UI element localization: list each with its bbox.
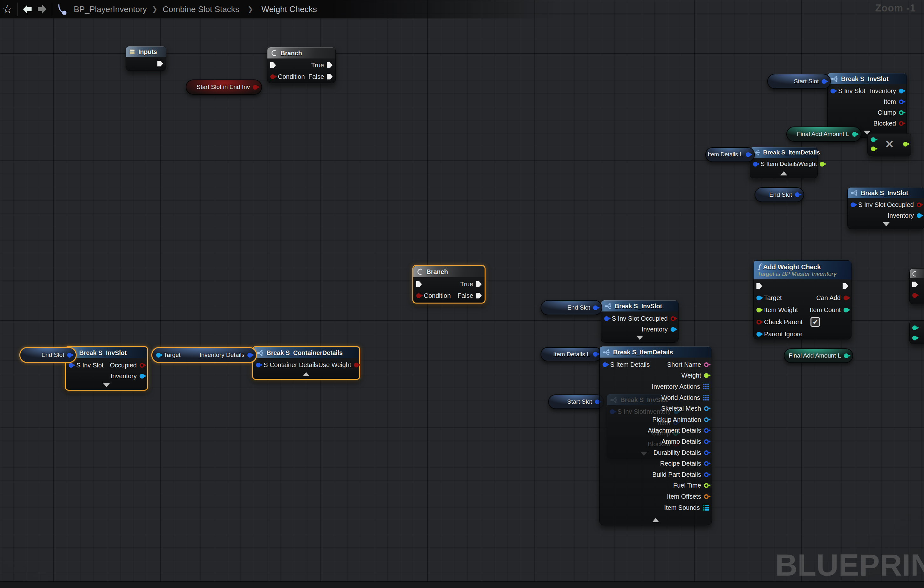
struct-out-pin[interactable] <box>746 152 751 157</box>
check-parent-checkbox[interactable]: ✔ <box>810 317 820 327</box>
can-add-pin[interactable] <box>843 296 848 300</box>
inventory-details-out-pin[interactable] <box>248 353 252 357</box>
struct-out-pin[interactable] <box>822 79 827 84</box>
check-parent-pin[interactable] <box>756 320 761 324</box>
collapse-arrow-icon[interactable] <box>636 336 643 340</box>
skeletal-mesh-pin[interactable] <box>704 406 709 411</box>
false-exec-pin[interactable] <box>476 293 482 298</box>
use-weight-pin[interactable] <box>354 362 359 367</box>
multiply-out-pin[interactable] <box>903 142 908 147</box>
node-break-invslot-bl[interactable]: Break S_InvSlot S Inv Slot Occupied Inve… <box>65 346 148 390</box>
occupied-pin[interactable] <box>917 203 921 207</box>
var-final-add-amount-l[interactable]: Final Add Amount L <box>784 348 853 363</box>
exec-in-pin[interactable] <box>270 62 276 68</box>
exec-in-pin[interactable] <box>912 282 918 287</box>
item-offsets-pin[interactable] <box>704 494 709 499</box>
condition-pin[interactable] <box>416 293 421 298</box>
struct-out-pin[interactable] <box>595 400 600 404</box>
breadcrumb-mid[interactable]: Combine Slot Stacks <box>162 5 239 14</box>
struct-out-pin[interactable] <box>67 353 72 357</box>
s-inv-slot-pin[interactable] <box>69 363 73 368</box>
s-item-details-pin[interactable] <box>602 362 607 367</box>
collapse-arrow-icon[interactable] <box>883 222 890 226</box>
node-compare-partial[interactable] <box>909 320 924 344</box>
short-name-pin[interactable] <box>704 362 709 367</box>
exec-out-pin[interactable] <box>843 283 848 289</box>
durability-details-pin[interactable] <box>704 450 709 455</box>
weight-pin[interactable] <box>704 373 709 378</box>
parent-ignore-pin[interactable] <box>756 332 761 337</box>
false-exec-pin[interactable] <box>327 74 333 79</box>
int-out-pin[interactable] <box>844 353 849 358</box>
node-branch-partial[interactable] <box>909 268 924 304</box>
node-inputs[interactable]: Inputs <box>125 46 166 71</box>
node-break-invslot-mid[interactable]: Break S_InvSlot S Inv Slot Occupied Inve… <box>601 300 678 343</box>
true-exec-pin[interactable] <box>476 281 482 287</box>
s-inv-slot-pin[interactable] <box>604 316 609 321</box>
node-break-invslot-tr2[interactable]: Break S_InvSlot S Inv Slot Occupied Inve… <box>847 187 924 229</box>
weight-pin[interactable] <box>820 162 825 166</box>
exec-in-pin[interactable] <box>756 283 762 289</box>
inventory-pin[interactable] <box>917 213 921 218</box>
condition-pin[interactable] <box>270 74 275 79</box>
forward-button[interactable] <box>35 2 49 16</box>
struct-out-pin[interactable] <box>593 352 598 357</box>
var-start-slot[interactable]: Start Slot <box>548 394 604 409</box>
s-item-details-pin[interactable] <box>753 162 758 166</box>
target-in-pin[interactable] <box>156 353 161 357</box>
node-branch-middle[interactable]: Branch True Condition False <box>412 265 485 303</box>
in-b-pin[interactable] <box>912 336 917 340</box>
true-exec-pin[interactable] <box>327 62 333 68</box>
recipe-details-pin[interactable] <box>704 461 709 466</box>
occupied-pin[interactable] <box>140 363 144 368</box>
blocked-pin[interactable] <box>899 121 904 126</box>
item-count-pin[interactable] <box>843 308 848 313</box>
var-item-details-l[interactable]: Item Details L <box>705 147 755 162</box>
build-part-details-pin[interactable] <box>704 472 709 477</box>
var-start-slot[interactable]: Start Slot <box>767 74 831 89</box>
exec-in-pin[interactable] <box>416 281 422 287</box>
node-multiply[interactable]: × <box>868 133 911 156</box>
var-end-slot[interactable]: End Slot <box>754 187 804 202</box>
var-item-details-l[interactable]: Item Details L <box>541 347 602 361</box>
node-branch-top[interactable]: Branch True Condition False <box>267 47 336 83</box>
array-pin-icon[interactable] <box>703 395 709 400</box>
var-start-slot-in-end-inv[interactable]: Start Slot in End Inv <box>186 79 262 95</box>
target-pin[interactable] <box>756 296 761 300</box>
back-button[interactable] <box>20 2 35 16</box>
node-break-containerdetails[interactable]: Break S_ContainerDetails S Container Det… <box>252 346 360 380</box>
node-break-itemdetails-tr[interactable]: Break S_ItemDetails S Item Details Weigh… <box>750 147 818 178</box>
s-container-details-pin[interactable] <box>256 362 261 367</box>
var-end-slot[interactable]: End Slot <box>541 300 602 315</box>
node-add-weight-check[interactable]: f Add Weight Check Target is BP Master I… <box>753 260 851 339</box>
expand-arrow-icon[interactable] <box>303 372 310 376</box>
node-get-inventory-details[interactable]: Target Inventory Details <box>151 347 257 363</box>
var-end-slot[interactable]: End Slot <box>20 347 77 363</box>
occupied-pin[interactable] <box>671 316 675 321</box>
struct-out-pin[interactable] <box>593 305 598 310</box>
pickup-animation-pin[interactable] <box>704 417 709 422</box>
fuel-time-pin[interactable] <box>704 483 709 488</box>
attachment-details-pin[interactable] <box>704 428 709 433</box>
condition-pin[interactable] <box>912 293 917 298</box>
inventory-pin[interactable] <box>140 374 144 379</box>
expand-arrow-icon[interactable] <box>652 518 659 522</box>
struct-out-pin[interactable] <box>795 192 800 197</box>
s-inv-slot-pin[interactable] <box>851 203 855 207</box>
s-inv-slot-pin[interactable] <box>830 89 835 94</box>
int-out-pin[interactable] <box>852 132 857 137</box>
multiply-in-a-pin[interactable] <box>871 137 876 142</box>
multiply-in-b-pin[interactable] <box>871 147 876 151</box>
favorite-button[interactable]: ☆ <box>0 2 15 16</box>
expand-arrow-icon[interactable] <box>780 171 787 175</box>
ammo-details-pin[interactable] <box>704 439 709 444</box>
node-break-itemdetails-big[interactable]: Break S_ItemDetails S Item Details Short… <box>599 346 712 525</box>
inventory-pin[interactable] <box>671 327 675 332</box>
clump-pin[interactable] <box>899 110 904 115</box>
item-weight-pin[interactable] <box>756 308 761 313</box>
var-final-add-amount-l[interactable]: Final Add Amount L <box>786 127 861 142</box>
item-pin[interactable] <box>899 99 904 104</box>
breadcrumb-leaf[interactable]: Weight Checks <box>261 5 317 14</box>
in-a-pin[interactable] <box>912 326 917 330</box>
breadcrumb-root[interactable]: BP_PlayerInventory <box>74 5 147 14</box>
